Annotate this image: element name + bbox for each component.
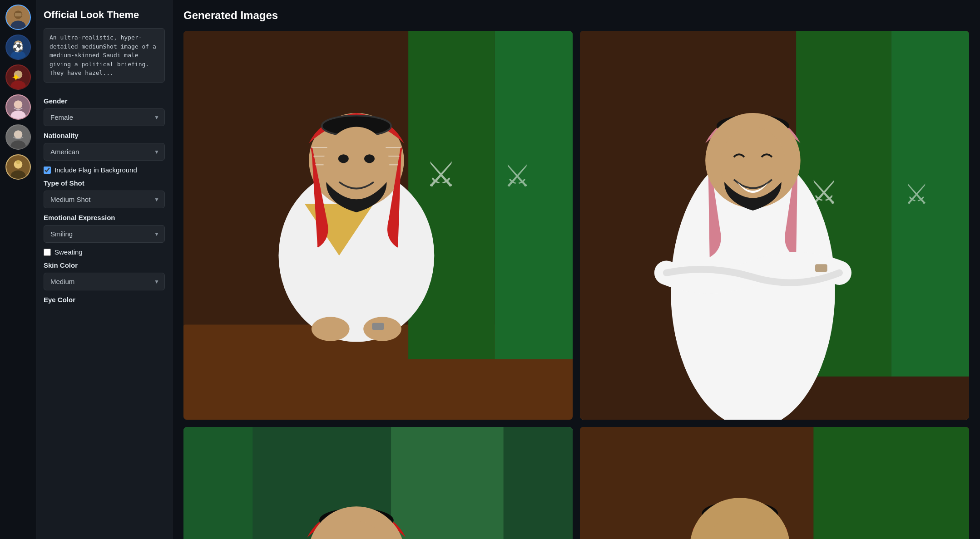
svg-rect-51	[815, 264, 827, 272]
gender-select[interactable]: Male Female Non-binary	[44, 108, 165, 126]
svg-rect-42	[891, 31, 969, 377]
gender-label: Gender	[44, 97, 165, 105]
image-card-3[interactable]: ⚔	[183, 427, 573, 539]
image-placeholder-3: ⚔	[183, 427, 573, 539]
image-card-4[interactable]: ⚔ ⚔	[580, 427, 969, 539]
include-flag-row: Include Flag in Background	[44, 166, 165, 174]
nationality-select-wrapper: American Saudi British French German Jap…	[44, 143, 165, 161]
skin-color-select[interactable]: Light Medium Dark Very Dark	[44, 273, 165, 290]
svg-rect-39	[372, 323, 384, 330]
sidebar-avatar-1[interactable]	[5, 5, 31, 30]
svg-rect-3	[15, 13, 21, 16]
svg-text:⚔: ⚔	[904, 179, 929, 210]
type-of-shot-select[interactable]: Close Up Medium Shot Wide Shot Full Body	[44, 191, 165, 208]
image-card-2[interactable]: ⚔ ⚔	[580, 31, 969, 420]
skin-color-label: Skin Color	[44, 261, 165, 269]
svg-text:✦: ✦	[11, 71, 20, 83]
svg-rect-24	[408, 31, 495, 359]
svg-point-16	[14, 130, 22, 139]
emotional-expression-label: Emotional Expression	[44, 214, 165, 221]
svg-point-35	[338, 154, 349, 163]
include-flag-label[interactable]: Include Flag in Background	[54, 166, 137, 174]
svg-text:⚽: ⚽	[12, 42, 24, 53]
svg-point-21	[16, 160, 20, 164]
prompt-textarea[interactable]: An ultra-realistic, hyper-detailed mediu…	[44, 28, 165, 83]
main-content: Generated Images ⚔ ⚔	[173, 0, 980, 539]
panel-title: Official Look Theme	[44, 9, 165, 21]
gender-select-wrapper: Male Female Non-binary ▼	[44, 108, 165, 126]
sidebar-avatar-2[interactable]: ⚽	[5, 34, 31, 60]
sidebar: ⚽ ✦	[0, 0, 36, 539]
nationality-label: Nationality	[44, 132, 165, 139]
image-card-1[interactable]: ⚔ ⚔	[183, 31, 573, 420]
type-of-shot-select-wrapper: Close Up Medium Shot Wide Shot Full Body…	[44, 191, 165, 208]
sidebar-avatar-3[interactable]: ✦	[5, 64, 31, 90]
eye-color-label: Eye Color	[44, 296, 165, 304]
nationality-select[interactable]: American Saudi British French German Jap…	[44, 143, 165, 161]
type-of-shot-label: Type of Shot	[44, 179, 165, 187]
svg-text:⚔: ⚔	[504, 160, 531, 193]
svg-point-13	[14, 100, 22, 109]
skin-color-select-wrapper: Light Medium Dark Very Dark ▼	[44, 273, 165, 290]
image-placeholder-1: ⚔ ⚔	[183, 31, 573, 420]
sidebar-avatar-6[interactable]	[5, 154, 31, 180]
sweating-checkbox[interactable]	[44, 249, 51, 256]
svg-point-37	[312, 317, 350, 341]
images-grid: ⚔ ⚔	[183, 31, 969, 539]
image-placeholder-2: ⚔ ⚔	[580, 31, 969, 420]
svg-rect-68	[813, 427, 969, 539]
include-flag-checkbox[interactable]	[44, 167, 51, 174]
sweating-label[interactable]: Sweating	[54, 248, 83, 256]
svg-rect-25	[495, 31, 573, 359]
section-title: Generated Images	[183, 9, 969, 22]
svg-rect-53	[391, 427, 504, 539]
svg-point-36	[364, 154, 375, 163]
sidebar-avatar-4[interactable]	[5, 94, 31, 120]
controls-panel: Official Look Theme An ultra-realistic, …	[36, 0, 173, 539]
sweating-row: Sweating	[44, 248, 165, 256]
sidebar-avatar-5[interactable]	[5, 124, 31, 150]
emotional-expression-select-wrapper: Neutral Smiling Serious Happy Sad ▼	[44, 225, 165, 243]
svg-text:⚔: ⚔	[426, 156, 456, 194]
svg-rect-54	[183, 427, 252, 539]
emotional-expression-select[interactable]: Neutral Smiling Serious Happy Sad	[44, 225, 165, 243]
image-placeholder-4: ⚔ ⚔	[580, 427, 969, 539]
